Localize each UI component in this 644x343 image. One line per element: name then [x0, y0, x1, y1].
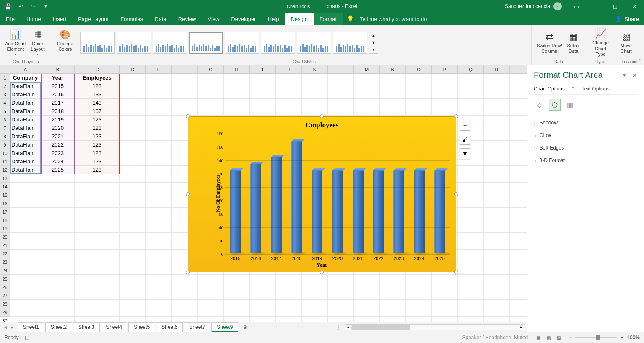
col-header[interactable]: B	[41, 65, 75, 73]
redo-icon[interactable]: ↷	[29, 2, 38, 11]
change-chart-type-button[interactable]: 📈Change Chart Type	[589, 28, 612, 58]
row-header[interactable]: 2	[0, 82, 10, 90]
cell-year[interactable]: 2018	[41, 107, 75, 115]
col-header[interactable]: E	[146, 65, 172, 73]
col-header[interactable]: R	[484, 65, 510, 73]
change-colors-button[interactable]: 🎨Change Colors▾	[55, 28, 75, 57]
cell-employees[interactable]: 123	[75, 132, 120, 140]
cell-company[interactable]: DataFlair	[10, 157, 41, 165]
page-break-view-icon[interactable]: ▧	[554, 334, 563, 341]
new-sheet-button[interactable]: ⊕	[239, 324, 252, 330]
cell-company[interactable]: DataFlair	[10, 90, 41, 98]
row-header[interactable]: 22	[0, 250, 10, 258]
chart-bar[interactable]	[250, 164, 261, 253]
cell-employees[interactable]: 123	[75, 82, 120, 90]
cell-employees[interactable]: 123	[75, 124, 120, 132]
sheet-tab[interactable]: Sheet9	[211, 322, 238, 332]
tell-me-search[interactable]: 💡 Tell me what you want to do	[347, 15, 427, 22]
row-header[interactable]: 13	[0, 174, 10, 183]
chart-bar[interactable]	[291, 142, 302, 253]
menu-help[interactable]: Help	[262, 13, 285, 25]
x-axis-label[interactable]: Year	[317, 262, 327, 268]
menu-format[interactable]: Format	[314, 13, 343, 25]
chart-styles-more[interactable]: ▲▼▾	[369, 32, 378, 54]
cell-employees[interactable]: 123	[75, 166, 120, 174]
sheet-tab[interactable]: Sheet7	[184, 322, 210, 332]
chart-style-thumb[interactable]	[333, 32, 367, 54]
sheet-tab[interactable]: Sheet5	[128, 322, 155, 332]
row-header[interactable]: 29	[0, 308, 10, 317]
cell-year[interactable]: 2016	[41, 90, 75, 98]
cell-company[interactable]: DataFlair	[10, 82, 41, 90]
col-header[interactable]: G	[198, 65, 224, 73]
save-icon[interactable]: 💾	[3, 2, 13, 11]
row-header[interactable]: 18	[0, 216, 10, 224]
row-header[interactable]: 1	[0, 74, 10, 82]
plot-area[interactable]	[225, 134, 450, 253]
macro-record-icon[interactable]: ▢	[25, 335, 29, 340]
ribbon-display-options-icon[interactable]: ▭	[567, 0, 586, 13]
normal-view-icon[interactable]: ▦	[534, 334, 543, 341]
col-header[interactable]: P	[432, 65, 458, 73]
cell-year[interactable]: 2019	[41, 116, 75, 124]
col-header[interactable]: N	[380, 65, 406, 73]
cell-company[interactable]: DataFlair	[10, 141, 41, 149]
cell-company[interactable]: DataFlair	[10, 166, 41, 174]
cell-company[interactable]: DataFlair	[10, 149, 41, 157]
zoom-in-icon[interactable]: +	[621, 335, 623, 340]
hscroll-thumb[interactable]	[352, 325, 410, 330]
cell-year[interactable]: 2020	[41, 124, 75, 132]
col-header[interactable]: Q	[458, 65, 484, 73]
col-header[interactable]: F	[172, 65, 198, 73]
cell-employees[interactable]: 167	[75, 107, 120, 115]
undo-icon[interactable]: ↶	[16, 2, 25, 11]
chart-style-thumb[interactable]	[153, 32, 187, 54]
share-button[interactable]: 👤 Share	[615, 16, 639, 22]
user-avatar[interactable]: SI	[553, 2, 562, 10]
row-header[interactable]: 9	[0, 141, 10, 149]
cell-year[interactable]: 2025	[41, 166, 75, 174]
horizontal-scrollbar[interactable]: ⋮ ◂▸	[252, 324, 527, 330]
sheet-tab[interactable]: Sheet4	[101, 322, 127, 332]
cell-company[interactable]: DataFlair	[10, 124, 41, 132]
switch-row-column-button[interactable]: ⇄Switch Row/ Column	[535, 31, 564, 55]
row-header[interactable]: 8	[0, 132, 10, 141]
cell-year[interactable]: 2023	[41, 149, 75, 157]
menu-data[interactable]: Data	[149, 13, 172, 25]
cell-employees[interactable]: 143	[75, 99, 120, 107]
menu-page-layout[interactable]: Page Layout	[72, 13, 114, 25]
cell-company[interactable]: DataFlair	[10, 132, 41, 140]
section-shadow[interactable]: Shadow	[534, 116, 637, 129]
fill-line-icon[interactable]: ◇	[534, 99, 545, 111]
menu-file[interactable]: File	[0, 13, 21, 25]
chart-style-thumb[interactable]	[261, 32, 295, 54]
user-name[interactable]: Sanchez Innocencia	[505, 3, 550, 9]
chart-styles-button[interactable]: 🖌	[460, 134, 470, 145]
row-header[interactable]: 19	[0, 224, 10, 233]
col-header[interactable]: I	[250, 65, 276, 73]
row-header[interactable]: 17	[0, 208, 10, 216]
hscroll-left-icon[interactable]: ◂	[345, 325, 352, 330]
row-header[interactable]: 11	[0, 157, 10, 166]
chart-bar[interactable]	[271, 157, 282, 253]
col-header[interactable]: K	[302, 65, 328, 73]
chart-style-thumb[interactable]	[117, 32, 151, 54]
row-header[interactable]: 3	[0, 90, 10, 99]
col-header[interactable]: A	[10, 65, 41, 73]
select-data-button[interactable]: ▦Select Data	[566, 31, 582, 55]
qat-customize-icon[interactable]: ▼	[41, 2, 50, 11]
section-glow[interactable]: Glow	[534, 129, 637, 142]
pane-options-icon[interactable]: ▼	[622, 73, 626, 77]
menu-design[interactable]: Design	[285, 13, 313, 25]
col-header[interactable]: L	[328, 65, 354, 73]
col-header[interactable]: M	[354, 65, 380, 73]
cell-employees[interactable]: 123	[75, 157, 120, 165]
sheet-nav-prev-icon[interactable]: ▸	[11, 324, 13, 330]
chart-style-thumb[interactable]	[297, 32, 331, 54]
cell-header-year[interactable]: Year	[41, 74, 75, 82]
row-header[interactable]: 7	[0, 124, 10, 132]
close-icon[interactable]: ✕	[625, 0, 644, 13]
row-header[interactable]: 15	[0, 191, 10, 199]
row-header[interactable]: 12	[0, 166, 10, 174]
row-header[interactable]: 5	[0, 107, 10, 116]
